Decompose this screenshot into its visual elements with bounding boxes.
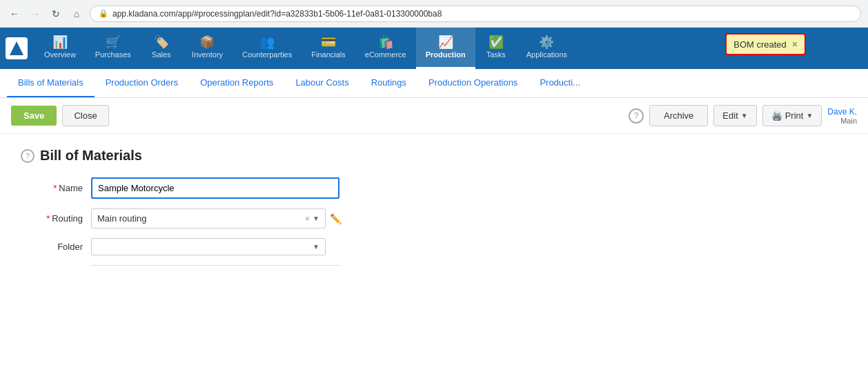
back-button[interactable]: ←: [7, 6, 22, 21]
nav-label-inventory: Inventory: [192, 50, 223, 59]
sub-nav-item-production-orders[interactable]: Production Orders: [95, 69, 190, 97]
nav-item-sales[interactable]: 🏷️ Sales: [141, 28, 182, 69]
financials-icon: 💳: [321, 36, 336, 48]
name-required-star: *: [53, 183, 57, 193]
print-button[interactable]: 🖨️ Print ▼: [762, 105, 822, 126]
applications-icon: ⚙️: [539, 36, 554, 48]
routing-required-star: *: [46, 213, 50, 224]
page-title: Bill of Materials: [40, 148, 142, 164]
nav-item-tasks[interactable]: ✅ Tasks: [475, 28, 517, 69]
folder-row: Folder ▼: [21, 238, 847, 255]
routing-label: *Routing: [21, 213, 83, 224]
bom-tooltip-text: BOM created: [733, 39, 787, 50]
logo-icon: [10, 41, 23, 55]
sub-nav-item-bom[interactable]: Bills of Materials: [7, 69, 95, 97]
inventory-icon: 📦: [199, 36, 215, 48]
sub-nav-item-operation-reports[interactable]: Operation Reports: [189, 69, 284, 97]
page-title-help-icon[interactable]: ?: [21, 149, 34, 163]
url-bar[interactable]: 🔒 app.kladana.com/app/#processingplan/ed…: [90, 6, 861, 22]
help-icon[interactable]: ?: [629, 108, 644, 124]
nav-item-purchases[interactable]: 🛒 Purchases: [86, 28, 141, 69]
url-text: app.kladana.com/app/#processingplan/edit…: [112, 9, 442, 19]
production-icon: 📈: [438, 36, 453, 48]
logo[interactable]: [6, 37, 28, 59]
nav-label-tasks: Tasks: [486, 50, 506, 59]
sales-icon: 🏷️: [154, 36, 169, 48]
purchases-icon: 🛒: [106, 36, 121, 48]
home-button[interactable]: ⌂: [69, 6, 84, 21]
top-nav: 📊 Overview 🛒 Purchases 🏷️ Sales 📦 Invent…: [0, 28, 868, 69]
nav-item-inventory[interactable]: 📦 Inventory: [182, 28, 233, 69]
nav-label-overview: Overview: [44, 50, 76, 59]
nav-label-ecommerce: eCommerce: [365, 50, 406, 59]
forward-button[interactable]: →: [28, 6, 43, 21]
sub-nav-item-production-operations[interactable]: Production Operations: [417, 69, 529, 97]
print-icon: 🖨️: [771, 110, 782, 121]
routing-select[interactable]: Main routing × ▼: [91, 208, 326, 228]
user-sub: Main: [827, 117, 857, 125]
nav-label-counterparties: Counterparties: [242, 50, 292, 59]
routing-edit-icon[interactable]: ✏️: [330, 213, 342, 224]
edit-button[interactable]: Edit ▼: [713, 105, 756, 126]
user-info: Dave K. Main: [827, 107, 857, 125]
nav-item-financials[interactable]: 💳 Financials: [302, 28, 355, 69]
nav-label-applications: Applications: [526, 50, 567, 59]
nav-label-sales: Sales: [152, 50, 171, 59]
sub-nav-item-routings[interactable]: Routings: [360, 69, 417, 97]
page-title-area: ? Bill of Materials: [21, 148, 847, 164]
user-name: Dave K.: [827, 107, 857, 117]
page-content: ? Bill of Materials *Name *Routing Main …: [0, 134, 868, 280]
sub-nav-item-labour-costs[interactable]: Labour Costs: [284, 69, 359, 97]
bom-created-tooltip: BOM created ×: [725, 33, 806, 55]
reload-button[interactable]: ↻: [48, 6, 63, 21]
close-button[interactable]: Close: [62, 105, 108, 126]
ecommerce-icon: 🛍️: [378, 36, 393, 48]
bom-tooltip-close-button[interactable]: ×: [792, 39, 798, 50]
nav-item-overview[interactable]: 📊 Overview: [34, 28, 86, 69]
save-button[interactable]: Save: [11, 106, 57, 126]
edit-arrow-icon: ▼: [741, 112, 748, 119]
nav-label-financials: Financials: [311, 50, 346, 59]
routing-clear-icon[interactable]: ×: [305, 214, 310, 224]
folder-arrow-icon: ▼: [313, 243, 319, 251]
nav-label-production: Production: [426, 50, 466, 59]
sub-nav: Bills of Materials Production Orders Ope…: [0, 69, 868, 98]
sub-nav-item-producti[interactable]: Producti...: [529, 69, 591, 97]
archive-button[interactable]: Archive: [649, 105, 708, 126]
folder-select[interactable]: ▼: [91, 238, 326, 255]
name-input[interactable]: [91, 177, 339, 199]
nav-item-ecommerce[interactable]: 🛍️ eCommerce: [355, 28, 416, 69]
browser-bar: ← → ↻ ⌂ 🔒 app.kladana.com/app/#processin…: [0, 0, 868, 28]
form-divider: [91, 265, 339, 266]
overview-icon: 📊: [52, 36, 68, 48]
nav-item-applications[interactable]: ⚙️ Applications: [517, 28, 577, 69]
counterparties-icon: 👥: [259, 36, 275, 48]
edit-label: Edit: [722, 110, 738, 121]
folder-label: Folder: [21, 242, 83, 252]
tasks-icon: ✅: [489, 36, 504, 48]
toolbar: Save Close ? Archive Edit ▼ 🖨️ Print ▼ D…: [0, 98, 868, 134]
routing-value: Main routing: [97, 213, 305, 224]
nav-item-counterparties[interactable]: 👥 Counterparties: [233, 28, 302, 69]
nav-label-purchases: Purchases: [95, 50, 131, 59]
print-label: Print: [785, 110, 804, 121]
security-icon: 🔒: [99, 9, 108, 18]
print-arrow-icon: ▼: [806, 112, 813, 119]
name-row: *Name: [21, 177, 847, 199]
name-label: *Name: [21, 183, 83, 193]
nav-item-production[interactable]: 📈 Production: [416, 28, 475, 69]
routing-select-controls: × ▼: [305, 214, 319, 224]
routing-arrow-icon: ▼: [313, 215, 319, 222]
routing-row: *Routing Main routing × ▼ ✏️: [21, 208, 847, 228]
